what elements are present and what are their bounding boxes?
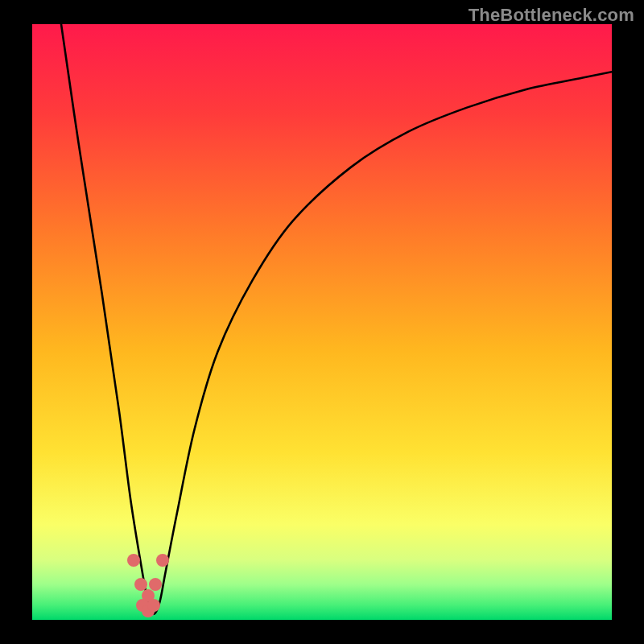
curve-dot: [134, 578, 147, 591]
chart-frame: TheBottleneck.com: [0, 0, 644, 644]
curve-dot: [156, 554, 169, 567]
plot-area: [32, 24, 612, 620]
curve-dot: [127, 554, 140, 567]
curve-dot: [147, 599, 160, 612]
curve-dot: [149, 578, 162, 591]
bottleneck-curve: [32, 24, 612, 620]
watermark-label: TheBottleneck.com: [469, 5, 634, 26]
